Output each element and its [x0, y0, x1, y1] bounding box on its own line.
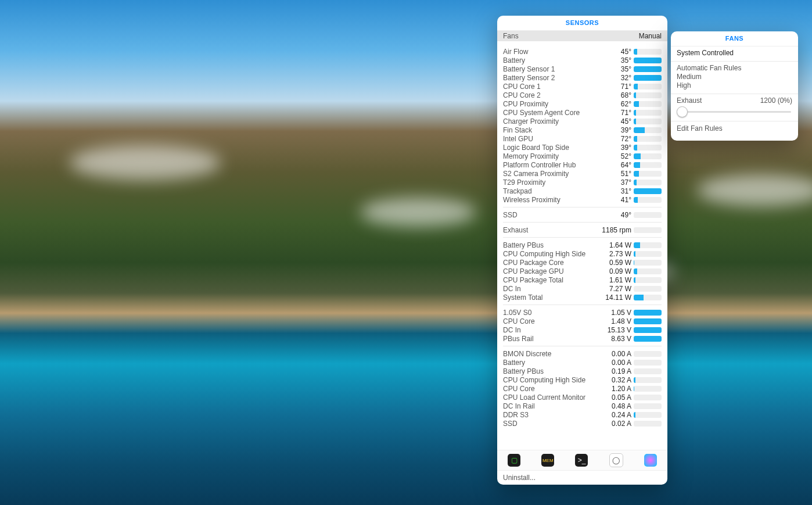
sensor-name: CPU Proximity	[503, 100, 597, 108]
sensor-row[interactable]: Battery0.00 A	[497, 358, 667, 367]
terminal-icon[interactable]: >_	[575, 454, 588, 467]
sensor-row[interactable]: DDR S30.24 A	[497, 410, 667, 419]
edit-fan-rules-button[interactable]: Edit Fan Rules	[671, 121, 798, 135]
sensor-value: 41°	[597, 196, 634, 204]
sensor-row[interactable]: System Total14.11 W	[497, 293, 667, 302]
sensor-row[interactable]: Exhaust1185 rpm	[497, 225, 667, 234]
sensor-name: CPU Load Current Monitor	[503, 393, 597, 402]
sensor-bar	[634, 110, 662, 116]
sensor-bar	[634, 153, 662, 159]
sensor-name: Trackpad	[503, 187, 597, 195]
sensor-bar	[634, 58, 662, 63]
system-controlled-label: System Controlled	[677, 49, 792, 58]
sensor-bar	[634, 377, 662, 383]
sensor-value: 0.02 A	[597, 420, 634, 428]
exhaust-fan-slider[interactable]	[677, 106, 792, 117]
sensor-value: 1.05 V	[597, 309, 634, 317]
fan-option-high[interactable]: High	[677, 81, 792, 90]
sensor-row[interactable]: Logic Board Top Side39°	[497, 143, 667, 152]
sensor-row[interactable]: DC In15.13 V	[497, 325, 667, 334]
sensor-bar	[634, 421, 662, 427]
sensor-row[interactable]: Battery PBus0.19 A	[497, 367, 667, 375]
sensor-row[interactable]: CPU Package GPU0.09 W	[497, 267, 667, 275]
sensor-row[interactable]: CPU Computing High Side0.32 A	[497, 375, 667, 384]
fan-option-auto[interactable]: Automatic Fan Rules	[677, 64, 792, 73]
sensor-bar	[634, 180, 662, 185]
sensor-value: 1.61 W	[597, 276, 634, 284]
sensor-value: 37°	[597, 178, 634, 187]
sensor-name: Battery Sensor 2	[503, 74, 597, 82]
sensor-value: 39°	[597, 144, 634, 152]
fan-option-medium[interactable]: Medium	[677, 73, 792, 81]
uninstall-button[interactable]: Uninstall...	[497, 470, 667, 485]
sensor-bar	[634, 171, 662, 177]
sensor-row[interactable]: Battery35°	[497, 56, 667, 65]
sensors-subheader[interactable]: Fans Manual	[497, 31, 667, 41]
sensor-row[interactable]: CPU Core 171°	[497, 82, 667, 91]
sensor-row[interactable]: CPU Proximity62°	[497, 99, 667, 108]
sensor-value: 0.05 A	[597, 393, 634, 402]
system-controlled-option[interactable]: System Controlled	[671, 46, 798, 61]
sensor-row[interactable]: CPU Load Current Monitor0.05 A	[497, 393, 667, 402]
sensor-bar	[634, 197, 662, 203]
sensor-row[interactable]: BMON Discrete0.00 A	[497, 349, 667, 358]
sensor-row[interactable]: DC In Rail0.48 A	[497, 402, 667, 410]
fan-mode[interactable]: Manual	[639, 32, 662, 40]
sensor-value: 71°	[597, 83, 634, 91]
sensor-row[interactable]: Battery Sensor 135°	[497, 65, 667, 73]
sensor-row[interactable]: Air Flow45°	[497, 47, 667, 56]
sensor-name: CPU Core 2	[503, 91, 597, 99]
sensor-row[interactable]: Battery PBus1.64 W	[497, 241, 667, 249]
slider-thumb[interactable]	[677, 106, 688, 117]
sensor-row[interactable]: Platform Controller Hub64°	[497, 160, 667, 169]
sensor-value: 51°	[597, 170, 634, 178]
sensor-bar	[634, 395, 662, 400]
sensor-row[interactable]: Fin Stack39°	[497, 126, 667, 134]
sensor-value: 0.48 A	[597, 402, 634, 410]
speedtest-icon[interactable]	[644, 454, 657, 467]
exhaust-fan-row: Exhaust 1200 (0%)	[677, 96, 792, 105]
sensor-row[interactable]: T29 Proximity37°	[497, 178, 667, 187]
sensor-bar	[634, 295, 662, 300]
sensor-row[interactable]: CPU System Agent Core71°	[497, 108, 667, 117]
sensor-row[interactable]: SSD0.02 A	[497, 419, 667, 428]
sensor-name: CPU Core	[503, 317, 597, 325]
subheader-left: Fans	[503, 32, 519, 40]
sensor-row[interactable]: CPU Core 268°	[497, 91, 667, 99]
system-cleaner-icon[interactable]: ◯	[609, 453, 623, 467]
sensor-row[interactable]: CPU Package Total1.61 W	[497, 275, 667, 284]
sensor-row[interactable]: Battery Sensor 232°	[497, 73, 667, 82]
sensor-row[interactable]: SSD49°	[497, 210, 667, 219]
sensor-row[interactable]: S2 Camera Proximity51°	[497, 169, 667, 178]
sensor-row[interactable]: 1.05V S01.05 V	[497, 308, 667, 317]
sensor-row[interactable]: Wireless Proximity41°	[497, 195, 667, 204]
sensor-value: 64°	[597, 161, 634, 169]
sensor-bar	[634, 268, 662, 274]
sensors-title: SENSORS	[497, 16, 667, 31]
sensor-row[interactable]: CPU Package Core0.59 W	[497, 258, 667, 267]
sensor-bar	[634, 260, 662, 266]
sensor-row[interactable]: PBus Rail8.63 V	[497, 334, 667, 343]
sensor-name: CPU System Agent Core	[503, 109, 597, 117]
sensor-row[interactable]: Intel GPU72°	[497, 134, 667, 143]
sensor-name: CPU Package GPU	[503, 267, 597, 275]
sensor-row[interactable]: CPU Core1.20 A	[497, 384, 667, 393]
memory-clean-icon[interactable]: MEM	[541, 454, 554, 467]
sensor-name: CPU Core 1	[503, 83, 597, 91]
sensor-value: 0.00 A	[597, 359, 634, 367]
sensor-row[interactable]: CPU Core1.48 V	[497, 317, 667, 325]
sensor-name: CPU Computing High Side	[503, 250, 597, 258]
sensor-bar	[634, 336, 662, 342]
activity-monitor-icon[interactable]: ▢	[508, 454, 520, 467]
sensor-row[interactable]: Memory Proximity52°	[497, 152, 667, 160]
sensor-name: CPU Package Core	[503, 259, 597, 267]
sensor-row[interactable]: Charger Proximity45°	[497, 117, 667, 126]
sensor-row[interactable]: Trackpad31°	[497, 187, 667, 195]
sensor-bar	[634, 368, 662, 374]
sensor-value: 15.13 V	[597, 326, 634, 334]
sensor-bar	[634, 212, 662, 218]
fans-panel: FANS System Controlled Automatic Fan Rul…	[671, 31, 798, 141]
sensor-row[interactable]: CPU Computing High Side2.73 W	[497, 249, 667, 258]
sensor-row[interactable]: DC In7.27 W	[497, 284, 667, 293]
app-shortcut-strip: ▢ MEM >_ ◯	[497, 450, 667, 470]
